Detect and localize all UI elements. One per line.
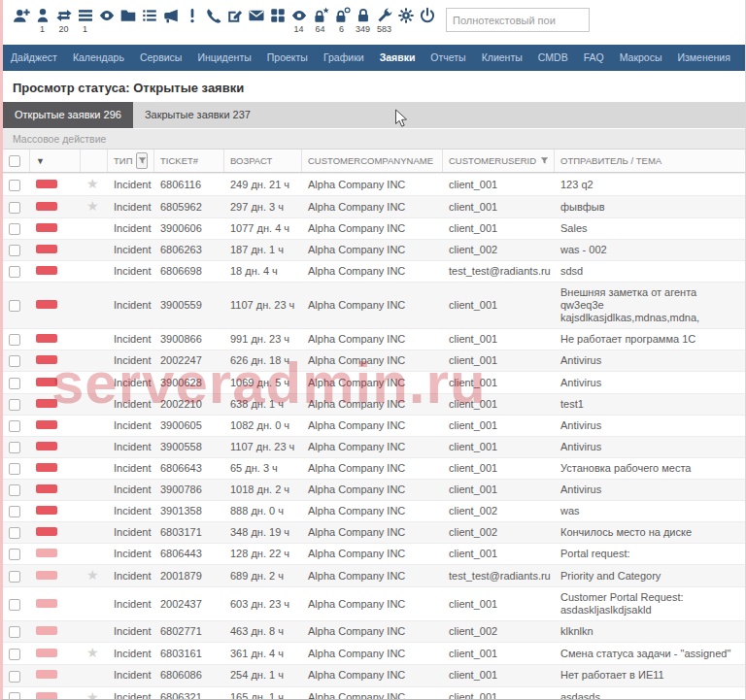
tab-open-tickets[interactable]: Открытые заявки 296: [3, 102, 133, 128]
nav-item-клиенты[interactable]: Клиенты: [474, 45, 530, 71]
filter-icon-user[interactable]: [540, 156, 549, 165]
table-row[interactable]: ★Incident6803161361 дн. 4 чAlpha Company…: [3, 642, 745, 664]
grid-icon[interactable]: [267, 7, 288, 34]
star-icon[interactable]: ★: [86, 567, 99, 583]
row-checkbox[interactable]: [9, 506, 20, 517]
row-checkbox[interactable]: [9, 527, 20, 539]
table-row[interactable]: Incident680664365 дн. 3 чAlpha Company I…: [3, 457, 745, 479]
row-checkbox[interactable]: [9, 442, 20, 453]
nav-item-графики[interactable]: Графики: [316, 45, 372, 71]
nav-item-календарь[interactable]: Календарь: [65, 45, 132, 71]
gear-icon[interactable]: [395, 7, 416, 34]
sort-desc-icon[interactable]: ▼: [36, 156, 45, 166]
table-row[interactable]: Incident2002210638 дн. 1 чAlpha Company …: [3, 393, 745, 415]
nav-item-дайджест[interactable]: Дайджест: [3, 45, 65, 71]
star-icon[interactable]: ★: [86, 689, 99, 700]
table-row[interactable]: Incident3901358888 дн. 0 чAlpha Company …: [3, 500, 745, 521]
nav-item-заявки[interactable]: Заявки: [372, 45, 424, 71]
wrench-icon[interactable]: 583: [374, 7, 394, 34]
table-row[interactable]: Incident39005591107 дн. 23 чAlpha Compan…: [3, 282, 745, 328]
nav-item-сервисы[interactable]: Сервисы: [132, 45, 190, 71]
row-checkbox[interactable]: [9, 484, 20, 496]
row-checkbox[interactable]: [9, 300, 20, 312]
nav-item-faq[interactable]: FAQ: [576, 45, 612, 71]
eye-icon[interactable]: [96, 7, 117, 34]
table-row[interactable]: ★Incident2001879689 дн. 2 чAlpha Company…: [3, 564, 745, 586]
megaphone-icon[interactable]: [160, 7, 181, 34]
table-row[interactable]: Incident39005581107 дн. 23 чAlpha Compan…: [3, 436, 745, 457]
row-checkbox[interactable]: [9, 549, 20, 560]
row-checkbox[interactable]: [9, 202, 20, 214]
table-row[interactable]: Incident3900866991 дн. 23 чAlpha Company…: [3, 328, 745, 350]
power-icon[interactable]: [417, 7, 437, 34]
row-checkbox[interactable]: [9, 223, 20, 235]
row-checkbox[interactable]: [9, 671, 20, 683]
table-row[interactable]: Incident6806086254 дн. 1 чAlpha Company …: [3, 664, 745, 685]
table-row[interactable]: Incident6803171348 дн. 19 чAlpha Company…: [3, 521, 745, 543]
col-header-ticket: TICKET#: [154, 150, 224, 172]
queue-icon[interactable]: 1: [75, 7, 95, 34]
row-checkbox[interactable]: [9, 334, 20, 346]
star-icon[interactable]: ★: [86, 176, 99, 191]
select-all-checkbox[interactable]: [9, 155, 20, 167]
nav-item-проекты[interactable]: Проекты: [259, 45, 316, 71]
table-row[interactable]: Incident2002247626 дн. 18 чAlpha Company…: [3, 350, 745, 371]
row-checkbox[interactable]: [9, 355, 20, 367]
compose-icon[interactable]: [224, 7, 245, 34]
table-row[interactable]: Incident6806443128 дн. 22 чAlpha Company…: [3, 543, 745, 564]
table-row[interactable]: Incident6806263187 дн. 1 чAlpha Company …: [3, 239, 745, 260]
status-tabs: Открытые заявки 296 Закрытые заявки 237: [3, 102, 745, 128]
row-checkbox[interactable]: [9, 245, 20, 256]
fulltext-search-input[interactable]: [446, 8, 590, 32]
envelope-icon[interactable]: [246, 7, 266, 34]
table-row[interactable]: Incident39006061077 дн. 4 чAlpha Company…: [3, 217, 745, 239]
filter-icon-type[interactable]: [136, 152, 148, 169]
customer-userid: client_002: [443, 240, 555, 260]
table-row[interactable]: Incident39007861018 дн. 2 чAlpha Company…: [3, 479, 745, 500]
table-row[interactable]: ★Incident6806321165 дн. 1 чAlpha Company…: [3, 686, 745, 700]
row-checkbox[interactable]: [9, 649, 20, 660]
repeat-icon[interactable]: 20: [53, 7, 74, 34]
row-checkbox[interactable]: [9, 420, 20, 432]
phone-icon[interactable]: [203, 7, 223, 34]
ticket-age: 1107 дн. 23 ч: [224, 295, 302, 316]
ticket-age: 991 дн. 23 ч: [224, 329, 302, 350]
table-row[interactable]: Incident2002437603 дн. 23 чAlpha Company…: [3, 586, 745, 620]
table-row[interactable]: ★Incident6805962297 дн. 3 чAlpha Company…: [3, 195, 745, 217]
table-row[interactable]: ★Incident6806116249 дн. 21 чAlpha Compan…: [3, 173, 745, 195]
star-icon[interactable]: ★: [86, 645, 99, 660]
eye-icon[interactable]: 14: [288, 7, 309, 34]
row-checkbox[interactable]: [9, 378, 20, 389]
exclamation-icon[interactable]: [182, 7, 202, 34]
list-icon[interactable]: [139, 7, 159, 34]
row-checkbox[interactable]: [9, 399, 20, 411]
lock-clock-icon[interactable]: 6: [331, 7, 352, 34]
row-checkbox[interactable]: [9, 571, 20, 583]
table-row[interactable]: Incident39006281069 дн. 5 чAlpha Company…: [3, 371, 745, 392]
star-icon[interactable]: ★: [86, 198, 99, 214]
bulk-action-bar[interactable]: Массовое действие: [3, 129, 745, 149]
add-user-icon[interactable]: [11, 7, 31, 34]
row-checkbox[interactable]: [9, 626, 20, 638]
ticket-number: 3900866: [154, 329, 224, 350]
nav-item-отчеты[interactable]: Отчеты: [423, 45, 473, 71]
table-row[interactable]: Incident680669818 дн. 4 чAlpha Company I…: [3, 260, 745, 282]
nav-item-инциденты[interactable]: Инциденты: [189, 45, 258, 71]
row-checkbox[interactable]: [9, 599, 20, 611]
table-row[interactable]: Incident6802771463 дн. 8 чAlpha Company …: [3, 620, 745, 642]
tab-closed-tickets[interactable]: Закрытые заявки 237: [133, 102, 262, 128]
nav-item-макросы[interactable]: Макросы: [612, 45, 670, 71]
row-checkbox[interactable]: [9, 180, 20, 191]
nav-item-cmdb[interactable]: CMDB: [530, 45, 576, 71]
row-checkbox[interactable]: [9, 692, 20, 700]
row-checkbox[interactable]: [9, 266, 20, 278]
priority-badge: [36, 571, 57, 580]
lock-icon[interactable]: 349: [353, 7, 373, 34]
lock-star-icon[interactable]: 64: [310, 7, 330, 34]
user-icon[interactable]: 1: [32, 7, 52, 34]
customer-userid: client_001: [443, 544, 555, 564]
nav-item-изменения[interactable]: Изменения: [669, 45, 737, 71]
folder-icon[interactable]: [118, 7, 138, 34]
table-row[interactable]: Incident39006051082 дн. 0 чAlpha Company…: [3, 415, 745, 436]
row-checkbox[interactable]: [9, 463, 20, 475]
